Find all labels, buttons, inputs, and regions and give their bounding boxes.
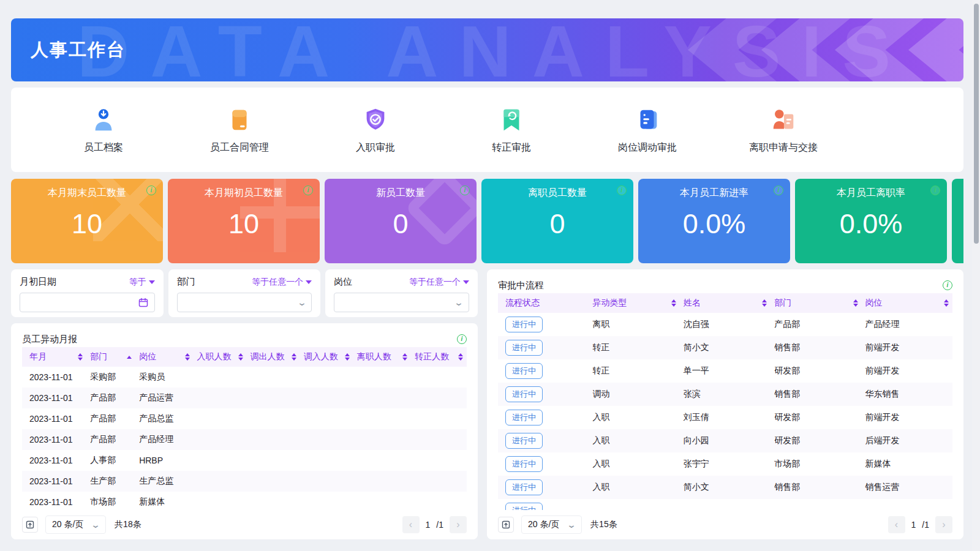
total-count: 共18条 (115, 519, 141, 530)
page-title: 人事工作台 (31, 38, 126, 62)
table-header-row: 年月 部门 岗位 入职人数 调出人数 调入人数 离职人数 转正人数 (22, 347, 467, 367)
date-input[interactable] (20, 293, 155, 312)
panel-title: 审批中流程 (498, 280, 544, 291)
panel-title: 员工异动月报 (22, 334, 77, 345)
table-row: 2023-11-01生产部生产总监 (22, 471, 467, 492)
sort-icon (853, 299, 858, 307)
page-size-select[interactable]: 20 条/页 ⌄ (45, 515, 106, 534)
caret-down-icon (463, 280, 469, 284)
info-icon[interactable]: i (457, 334, 467, 344)
approval-table: 流程状态 异动类型 姓名 部门 岗位 进行中离职沈自强产品部产品经理 进行中转正… (498, 293, 952, 522)
status-badge: 进行中 (505, 479, 543, 495)
column-header[interactable]: 调入人数 (300, 347, 353, 367)
status-badge: 进行中 (505, 456, 543, 472)
status-badge: 进行中 (505, 410, 543, 425)
approval-in-progress-panel: 审批中流程 i 流程状态 异动类型 姓名 部门 岗位 (487, 269, 963, 539)
page-size-select[interactable]: 20 条/页 ⌄ (521, 515, 582, 534)
page-viewport: DATA ANALYSIS 人事工作台 员工档案 员工合同管理 (11, 18, 963, 541)
chevron-down-icon: ⌄ (454, 298, 464, 307)
info-icon[interactable]: i (146, 186, 156, 195)
stat-card-period-end-count: i 本月期末员工数量 10 (11, 179, 163, 263)
column-header[interactable]: 姓名 (680, 293, 771, 313)
chevron-down-icon: ⌄ (296, 298, 306, 307)
filter-department: 部门 等于任意一个 ⌄ (168, 269, 321, 317)
quick-action-resignation-handover[interactable]: 离职申请与交接 (715, 106, 851, 154)
contract-management-icon (225, 106, 254, 134)
department-select[interactable]: ⌄ (177, 293, 312, 312)
stat-cards-row: i 本月期末员工数量 10 i 本月期初员工数量 10 i 新员工数量 0 i … (11, 179, 963, 263)
quick-action-contract-management[interactable]: 员工合同管理 (172, 106, 307, 154)
monthly-movement-table: 年月 部门 岗位 入职人数 调出人数 调入人数 离职人数 转正人数 (22, 347, 467, 512)
table-row: 2023-11-01产品部产品总监 (22, 408, 467, 429)
column-header[interactable]: 流程状态 (498, 293, 589, 313)
sort-icon (762, 299, 767, 307)
column-header[interactable]: 年月 (22, 347, 86, 367)
stat-card-turnover-rate: i 本月员工离职率 0.0% (795, 179, 947, 263)
prev-page-button[interactable]: ‹ (402, 516, 420, 533)
table-header-row: 流程状态 异动类型 姓名 部门 岗位 (498, 293, 952, 313)
quick-action-employee-archive[interactable]: 员工档案 (36, 106, 172, 154)
column-header[interactable]: 部门 (771, 293, 861, 313)
table-row: 2023-11-01市场部新媒体 (22, 492, 467, 512)
quick-action-transfer-approval[interactable]: 岗位调动审批 (579, 106, 715, 154)
quick-actions-bar: 员工档案 员工合同管理 入职审批 (11, 88, 963, 172)
quick-action-onboarding-approval[interactable]: 入职审批 (307, 106, 443, 154)
status-badge: 进行中 (505, 386, 543, 402)
sort-icon (458, 353, 463, 361)
quick-action-regularization-approval[interactable]: 转正审批 (443, 106, 579, 154)
prev-page-button[interactable]: ‹ (888, 516, 905, 533)
table-row: 进行中入职张宇宁市场部新媒体 (498, 452, 952, 476)
column-header[interactable]: 异动类型 (589, 293, 679, 313)
chevron-down-icon: ⌄ (567, 520, 576, 530)
pager-table-icon[interactable] (22, 517, 38, 533)
resignation-handover-icon (769, 106, 797, 134)
filter-post: 岗位 等于任意一个 ⌄ (325, 269, 478, 317)
table-row: 2023-11-01人事部HRBP (22, 450, 467, 471)
info-icon[interactable]: i (460, 186, 470, 195)
operator-dropdown[interactable]: 等于任意一个 (252, 277, 312, 288)
table-row: 进行中入职刘玉倩研发部前端开发 (498, 406, 952, 429)
column-header[interactable]: 部门 (86, 347, 135, 367)
table-row: 2023-11-01产品部产品运营 (22, 388, 467, 408)
pager-table-icon[interactable] (498, 517, 514, 533)
info-icon[interactable]: i (303, 186, 313, 195)
stat-card-new-hire-rate: i 本月员工新进率 0.0% (638, 179, 790, 263)
operator-dropdown[interactable]: 等于任意一个 (409, 277, 469, 288)
total-pages: /1 (922, 520, 929, 530)
stat-card-resigned-employees: i 离职员工数量 0 (481, 179, 633, 263)
stat-card-new-employees: i 新员工数量 0 (325, 179, 477, 263)
table-row: 进行中转正单一平研发部前端开发 (498, 359, 952, 383)
post-select[interactable]: ⌄ (334, 293, 469, 312)
regularization-approval-icon (497, 106, 526, 134)
column-header[interactable]: 岗位 (862, 293, 952, 313)
caret-down-icon (306, 280, 312, 284)
current-page: 1 (911, 520, 916, 530)
column-header[interactable]: 调出人数 (247, 347, 300, 367)
column-header[interactable]: 入职人数 (194, 347, 247, 367)
total-pages: /1 (436, 520, 443, 530)
column-header[interactable]: 离职人数 (353, 347, 411, 367)
stat-card-clipped (952, 179, 963, 263)
next-page-button[interactable]: › (450, 516, 467, 533)
filter-bar: 月初日期 等于 部门 (11, 269, 478, 317)
info-icon[interactable]: i (943, 280, 952, 290)
status-badge: 进行中 (505, 340, 543, 356)
table-row: 进行中调动张滨销售部华东销售 (498, 383, 952, 406)
status-badge: 进行中 (505, 317, 543, 332)
pagination-bar: 20 条/页 ⌄ 共18条 ‹ 1 /1 › (11, 510, 478, 539)
info-icon[interactable]: i (930, 186, 940, 195)
header-banner: DATA ANALYSIS 人事工作台 (11, 18, 963, 81)
table-row: 进行中转正简小文销售部前端开发 (498, 336, 952, 359)
filter-month-start-date: 月初日期 等于 (11, 269, 164, 317)
chevron-down-icon: ⌄ (91, 520, 100, 530)
stat-card-period-start-count: i 本月期初员工数量 10 (168, 179, 320, 263)
info-icon[interactable]: i (617, 186, 627, 195)
column-header[interactable]: 岗位 (135, 347, 193, 367)
scrollbar-track (972, 0, 980, 551)
column-header[interactable]: 转正人数 (411, 347, 467, 367)
info-icon[interactable]: i (774, 186, 783, 195)
next-page-button[interactable]: › (935, 516, 952, 533)
table-row: 进行中离职沈自强产品部产品经理 (498, 313, 952, 336)
operator-dropdown[interactable]: 等于 (129, 277, 155, 288)
scrollbar-thumb[interactable] (974, 4, 979, 244)
